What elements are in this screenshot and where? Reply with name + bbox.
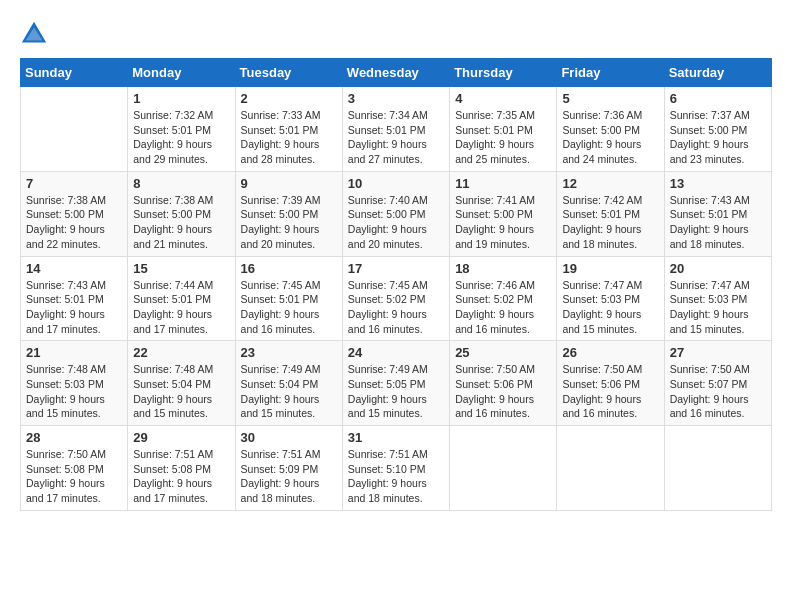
sunrise: Sunrise: 7:48 AM [133,363,213,375]
sunrise: Sunrise: 7:38 AM [26,194,106,206]
day-info: Sunrise: 7:51 AM Sunset: 5:09 PM Dayligh… [241,447,337,506]
sunset: Sunset: 5:05 PM [348,378,426,390]
calendar-cell: 21 Sunrise: 7:48 AM Sunset: 5:03 PM Dayl… [21,341,128,426]
daylight: Daylight: 9 hours and 23 minutes. [670,138,749,165]
day-info: Sunrise: 7:42 AM Sunset: 5:01 PM Dayligh… [562,193,658,252]
day-number: 14 [26,261,122,276]
daylight: Daylight: 9 hours and 22 minutes. [26,223,105,250]
daylight: Daylight: 9 hours and 16 minutes. [455,308,534,335]
sunrise: Sunrise: 7:50 AM [455,363,535,375]
sunrise: Sunrise: 7:51 AM [133,448,213,460]
calendar-day-header: Sunday [21,59,128,87]
day-info: Sunrise: 7:35 AM Sunset: 5:01 PM Dayligh… [455,108,551,167]
calendar-cell: 24 Sunrise: 7:49 AM Sunset: 5:05 PM Dayl… [342,341,449,426]
daylight: Daylight: 9 hours and 27 minutes. [348,138,427,165]
sunrise: Sunrise: 7:37 AM [670,109,750,121]
sunset: Sunset: 5:08 PM [26,463,104,475]
calendar-cell: 8 Sunrise: 7:38 AM Sunset: 5:00 PM Dayli… [128,171,235,256]
sunset: Sunset: 5:01 PM [241,293,319,305]
day-info: Sunrise: 7:34 AM Sunset: 5:01 PM Dayligh… [348,108,444,167]
day-info: Sunrise: 7:51 AM Sunset: 5:08 PM Dayligh… [133,447,229,506]
sunset: Sunset: 5:00 PM [455,208,533,220]
sunrise: Sunrise: 7:42 AM [562,194,642,206]
day-info: Sunrise: 7:50 AM Sunset: 5:06 PM Dayligh… [455,362,551,421]
day-number: 21 [26,345,122,360]
daylight: Daylight: 9 hours and 17 minutes. [133,308,212,335]
sunrise: Sunrise: 7:33 AM [241,109,321,121]
day-info: Sunrise: 7:49 AM Sunset: 5:04 PM Dayligh… [241,362,337,421]
day-number: 12 [562,176,658,191]
day-number: 31 [348,430,444,445]
day-number: 9 [241,176,337,191]
sunrise: Sunrise: 7:44 AM [133,279,213,291]
logo-icon [20,20,48,48]
calendar-cell: 9 Sunrise: 7:39 AM Sunset: 5:00 PM Dayli… [235,171,342,256]
calendar-cell: 20 Sunrise: 7:47 AM Sunset: 5:03 PM Dayl… [664,256,771,341]
daylight: Daylight: 9 hours and 20 minutes. [348,223,427,250]
calendar-cell: 15 Sunrise: 7:44 AM Sunset: 5:01 PM Dayl… [128,256,235,341]
daylight: Daylight: 9 hours and 21 minutes. [133,223,212,250]
daylight: Daylight: 9 hours and 17 minutes. [26,477,105,504]
daylight: Daylight: 9 hours and 18 minutes. [562,223,641,250]
day-number: 24 [348,345,444,360]
sunrise: Sunrise: 7:47 AM [670,279,750,291]
sunrise: Sunrise: 7:49 AM [348,363,428,375]
sunset: Sunset: 5:01 PM [133,124,211,136]
calendar-cell: 17 Sunrise: 7:45 AM Sunset: 5:02 PM Dayl… [342,256,449,341]
day-number: 5 [562,91,658,106]
daylight: Daylight: 9 hours and 16 minutes. [562,393,641,420]
calendar-cell: 5 Sunrise: 7:36 AM Sunset: 5:00 PM Dayli… [557,87,664,172]
calendar-cell: 31 Sunrise: 7:51 AM Sunset: 5:10 PM Dayl… [342,426,449,511]
sunset: Sunset: 5:00 PM [241,208,319,220]
sunrise: Sunrise: 7:43 AM [26,279,106,291]
sunrise: Sunrise: 7:45 AM [241,279,321,291]
day-number: 18 [455,261,551,276]
sunset: Sunset: 5:01 PM [670,208,748,220]
calendar-day-header: Wednesday [342,59,449,87]
sunset: Sunset: 5:04 PM [133,378,211,390]
sunset: Sunset: 5:00 PM [348,208,426,220]
sunset: Sunset: 5:06 PM [455,378,533,390]
day-info: Sunrise: 7:50 AM Sunset: 5:07 PM Dayligh… [670,362,766,421]
calendar-cell: 28 Sunrise: 7:50 AM Sunset: 5:08 PM Dayl… [21,426,128,511]
day-info: Sunrise: 7:43 AM Sunset: 5:01 PM Dayligh… [670,193,766,252]
day-number: 16 [241,261,337,276]
sunset: Sunset: 5:01 PM [26,293,104,305]
sunset: Sunset: 5:00 PM [133,208,211,220]
sunrise: Sunrise: 7:38 AM [133,194,213,206]
calendar-table: SundayMondayTuesdayWednesdayThursdayFrid… [20,58,772,511]
sunrise: Sunrise: 7:48 AM [26,363,106,375]
calendar-cell: 2 Sunrise: 7:33 AM Sunset: 5:01 PM Dayli… [235,87,342,172]
calendar-cell [21,87,128,172]
sunrise: Sunrise: 7:49 AM [241,363,321,375]
day-number: 17 [348,261,444,276]
day-number: 23 [241,345,337,360]
calendar-body: 1 Sunrise: 7:32 AM Sunset: 5:01 PM Dayli… [21,87,772,511]
day-info: Sunrise: 7:50 AM Sunset: 5:08 PM Dayligh… [26,447,122,506]
calendar-cell [450,426,557,511]
sunset: Sunset: 5:00 PM [670,124,748,136]
day-number: 19 [562,261,658,276]
calendar-cell: 18 Sunrise: 7:46 AM Sunset: 5:02 PM Dayl… [450,256,557,341]
calendar-cell: 29 Sunrise: 7:51 AM Sunset: 5:08 PM Dayl… [128,426,235,511]
calendar-cell: 16 Sunrise: 7:45 AM Sunset: 5:01 PM Dayl… [235,256,342,341]
day-info: Sunrise: 7:33 AM Sunset: 5:01 PM Dayligh… [241,108,337,167]
calendar-day-header: Monday [128,59,235,87]
sunrise: Sunrise: 7:47 AM [562,279,642,291]
sunset: Sunset: 5:09 PM [241,463,319,475]
calendar-cell: 23 Sunrise: 7:49 AM Sunset: 5:04 PM Dayl… [235,341,342,426]
day-number: 15 [133,261,229,276]
day-number: 2 [241,91,337,106]
sunrise: Sunrise: 7:32 AM [133,109,213,121]
sunset: Sunset: 5:03 PM [562,293,640,305]
sunset: Sunset: 5:04 PM [241,378,319,390]
sunrise: Sunrise: 7:40 AM [348,194,428,206]
daylight: Daylight: 9 hours and 19 minutes. [455,223,534,250]
sunset: Sunset: 5:01 PM [241,124,319,136]
sunrise: Sunrise: 7:35 AM [455,109,535,121]
day-info: Sunrise: 7:37 AM Sunset: 5:00 PM Dayligh… [670,108,766,167]
calendar-cell [557,426,664,511]
calendar-week-row: 28 Sunrise: 7:50 AM Sunset: 5:08 PM Dayl… [21,426,772,511]
day-number: 7 [26,176,122,191]
sunset: Sunset: 5:10 PM [348,463,426,475]
